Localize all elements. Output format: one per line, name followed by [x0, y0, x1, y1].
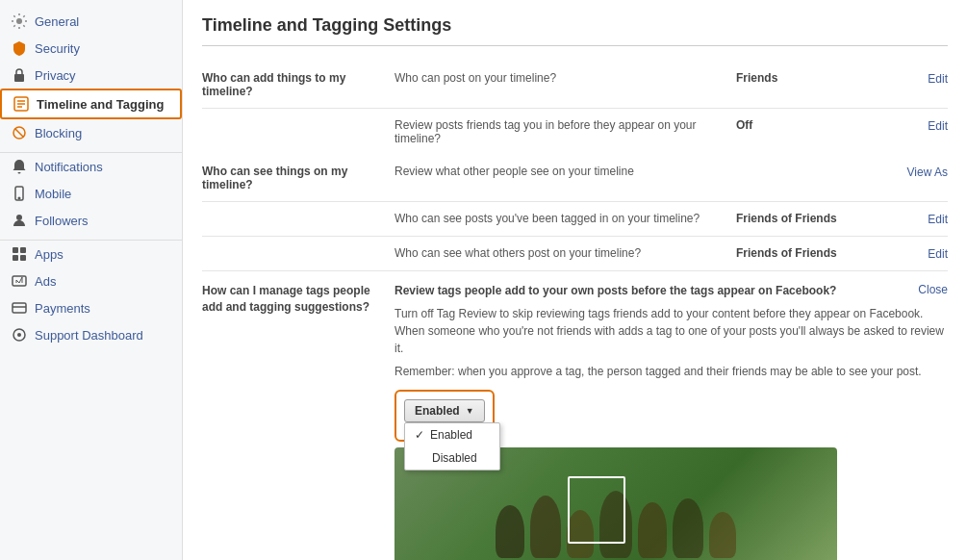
- row-value: Off: [736, 118, 890, 132]
- dropdown-highlight: Enabled ▼ ✓ Enabled Disabled: [394, 390, 495, 442]
- edit-link[interactable]: Edit: [928, 213, 948, 226]
- close-link[interactable]: Close: [918, 283, 948, 296]
- row-detail: Who can post on your timeline?: [394, 71, 736, 85]
- view-as-link[interactable]: View As: [907, 165, 948, 179]
- blocking-icon: [12, 125, 27, 140]
- section-question: Who can add things to my timeline?: [202, 71, 394, 98]
- svg-rect-16: [13, 303, 26, 313]
- gear-icon: [12, 13, 27, 29]
- sidebar-item-label: Notifications: [35, 160, 103, 174]
- sidebar-item-security[interactable]: Security: [0, 35, 182, 62]
- tag-review-dropdown[interactable]: Enabled ▼: [404, 399, 485, 422]
- settings-row: Who can see things on my timeline? Revie…: [202, 155, 948, 202]
- row-action: Edit: [890, 212, 948, 226]
- apps-icon: [12, 246, 27, 262]
- row-value: Friends of Friends: [736, 212, 890, 225]
- sidebar-item-label: Followers: [35, 214, 89, 228]
- settings-row: Who can see what others post on your tim…: [202, 237, 948, 270]
- svg-rect-15: [13, 276, 26, 286]
- lock-icon: [12, 67, 27, 83]
- section-who-see: Who can see things on my timeline? Revie…: [202, 155, 948, 270]
- edit-link[interactable]: Edit: [928, 119, 948, 133]
- followers-icon: [12, 213, 27, 228]
- row-detail: Review what other people see on your tim…: [394, 165, 736, 178]
- expanded-header: How can I manage tags people add and tag…: [202, 283, 948, 560]
- sidebar-item-label: Payments: [35, 301, 90, 316]
- row-action: Edit: [890, 71, 948, 86]
- bell-icon: [12, 159, 27, 174]
- svg-rect-12: [20, 247, 26, 253]
- svg-rect-11: [13, 247, 18, 253]
- dropdown-option-label: Disabled: [432, 451, 477, 465]
- sidebar-item-label: Mobile: [35, 187, 71, 201]
- section-question: Who can see things on my timeline?: [202, 165, 394, 191]
- sidebar-item-blocking[interactable]: Blocking: [0, 119, 182, 146]
- section-who-add: Who can add things to my timeline? Who c…: [202, 62, 948, 155]
- edit-link[interactable]: Edit: [928, 72, 948, 86]
- sidebar-item-label: Timeline and Tagging: [37, 97, 164, 112]
- payments-icon: [12, 300, 27, 316]
- svg-rect-1: [14, 74, 24, 82]
- sidebar: General Security Privacy Timeline and Ta…: [0, 0, 183, 560]
- photo-tag-box: [568, 476, 625, 544]
- sidebar-item-privacy[interactable]: Privacy: [0, 62, 182, 89]
- main-content: Timeline and Tagging Settings Who can ad…: [183, 0, 967, 560]
- sidebar-item-label: Privacy: [35, 68, 76, 83]
- sidebar-item-label: Blocking: [35, 126, 82, 140]
- settings-row: Review posts friends tag you in before t…: [202, 109, 948, 155]
- row-detail: Who can see what others post on your tim…: [394, 246, 736, 260]
- sidebar-item-apps[interactable]: Apps: [0, 241, 182, 267]
- dropdown-option-label: Enabled: [430, 428, 472, 442]
- sidebar-item-label: Security: [35, 41, 80, 56]
- expanded-text-2: Remember: when you approve a tag, the pe…: [394, 363, 948, 380]
- row-detail: Review posts friends tag you in before t…: [394, 118, 736, 145]
- sidebar-item-notifications[interactable]: Notifications: [0, 153, 182, 180]
- ads-icon: [12, 273, 27, 289]
- sidebar-item-support[interactable]: Support Dashboard: [0, 321, 182, 348]
- sidebar-item-label: General: [35, 14, 79, 29]
- svg-line-7: [15, 129, 24, 138]
- page-title: Timeline and Tagging Settings: [202, 15, 948, 46]
- svg-point-0: [16, 18, 22, 24]
- dropdown-option-enabled[interactable]: ✓ Enabled: [405, 423, 499, 446]
- svg-point-19: [17, 333, 21, 337]
- check-icon: ✓: [415, 428, 424, 442]
- svg-point-9: [18, 197, 20, 199]
- settings-row: Who can add things to my timeline? Who c…: [202, 62, 948, 109]
- dropdown-caret-icon: ▼: [466, 406, 474, 416]
- sidebar-item-timeline[interactable]: Timeline and Tagging: [0, 89, 182, 119]
- shield-icon: [12, 40, 27, 56]
- dropdown-selected-label: Enabled: [415, 404, 460, 418]
- sidebar-item-label: Ads: [35, 274, 56, 289]
- sidebar-item-ads[interactable]: Ads: [0, 267, 182, 294]
- sidebar-item-label: Support Dashboard: [35, 328, 143, 343]
- timeline-icon: [13, 96, 29, 112]
- dropdown-menu: ✓ Enabled Disabled: [404, 422, 500, 471]
- row-value: Friends of Friends: [736, 246, 890, 260]
- expanded-question: How can I manage tags people add and tag…: [202, 283, 394, 316]
- row-action: Edit: [890, 118, 948, 133]
- svg-point-10: [16, 215, 22, 220]
- svg-rect-13: [13, 255, 18, 261]
- sidebar-item-label: Apps: [35, 247, 64, 262]
- mobile-icon: [12, 186, 27, 201]
- row-detail: Who can see posts you've been tagged in …: [394, 212, 736, 225]
- svg-rect-14: [20, 255, 26, 261]
- dropdown-wrapper: Enabled ▼ ✓ Enabled Disabled: [404, 399, 485, 422]
- expanded-title: Review tags people add to your own posts…: [394, 283, 910, 299]
- support-icon: [12, 327, 27, 343]
- row-action: Edit: [890, 246, 948, 261]
- edit-link[interactable]: Edit: [928, 247, 948, 261]
- expanded-text-1: Turn off Tag Review to skip reviewing ta…: [394, 305, 948, 357]
- row-value: Friends: [736, 71, 890, 85]
- expanded-body: Review tags people add to your own posts…: [394, 283, 948, 560]
- dropdown-option-disabled[interactable]: Disabled: [405, 446, 499, 470]
- section-manage-tags: How can I manage tags people add and tag…: [202, 270, 948, 560]
- sidebar-item-payments[interactable]: Payments: [0, 294, 182, 321]
- sidebar-item-mobile[interactable]: Mobile: [0, 180, 182, 207]
- sidebar-item-general[interactable]: General: [0, 8, 182, 35]
- settings-row: Who can see posts you've been tagged in …: [202, 202, 948, 237]
- row-action: View As: [890, 165, 948, 179]
- sidebar-item-followers[interactable]: Followers: [0, 207, 182, 234]
